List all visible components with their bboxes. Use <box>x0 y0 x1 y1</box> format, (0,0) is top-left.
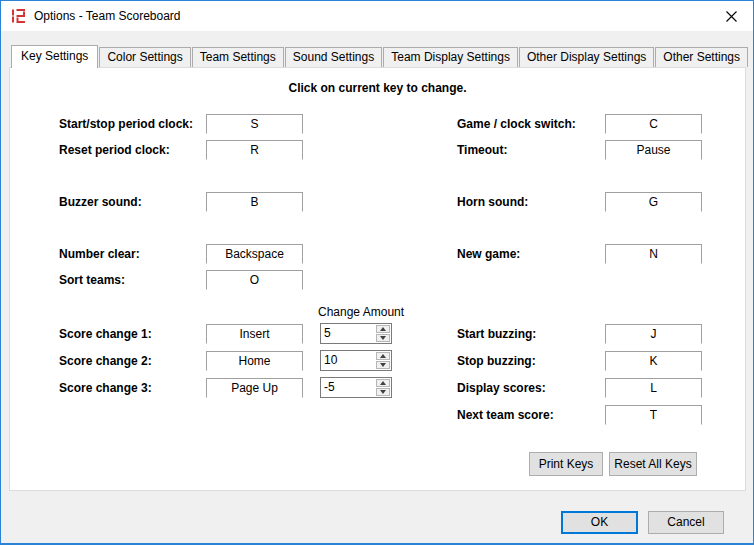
spinner-buttons <box>375 324 391 343</box>
key-field-display-scores[interactable]: L <box>605 378 702 398</box>
spinner-down-icon[interactable] <box>376 334 390 342</box>
spinner-up-icon[interactable] <box>376 352 390 360</box>
field-label-sort-teams: Sort teams: <box>59 270 125 290</box>
tab-color-settings[interactable]: Color Settings <box>99 47 190 67</box>
key-field-buzzer-sound[interactable]: B <box>206 192 303 212</box>
change-amount-spinner-score-change-1: 5 <box>320 323 392 344</box>
key-field-timeout[interactable]: Pause <box>605 140 702 160</box>
window-title: Options - Team Scoreboard <box>34 1 181 31</box>
field-label-start-buzzing: Start buzzing: <box>457 324 536 344</box>
spinner-up-icon[interactable] <box>376 379 390 387</box>
change-amount-header: Change Amount <box>318 305 396 320</box>
key-field-game-clock-switch[interactable]: C <box>605 114 702 134</box>
tab-other-display-settings[interactable]: Other Display Settings <box>519 47 654 67</box>
change-amount-spinner-score-change-3: -5 <box>320 377 392 398</box>
key-field-next-team-score[interactable]: T <box>605 405 702 425</box>
field-label-new-game: New game: <box>457 244 520 264</box>
reset-all-keys-button[interactable]: Reset All Keys <box>609 452 697 476</box>
tab-team-display-settings[interactable]: Team Display Settings <box>383 47 518 67</box>
field-label-reset-period-clock: Reset period clock: <box>59 140 170 160</box>
field-label-start-stop-period-clock: Start/stop period clock: <box>59 114 193 134</box>
print-keys-button[interactable]: Print Keys <box>529 452 603 476</box>
key-field-reset-period-clock[interactable]: R <box>206 140 303 160</box>
change-amount-input-score-change-2[interactable]: 10 <box>321 351 375 370</box>
tab-other-settings[interactable]: Other Settings <box>655 47 748 67</box>
field-label-horn-sound: Horn sound: <box>457 192 528 212</box>
field-label-timeout: Timeout: <box>457 140 507 160</box>
key-settings-panel: Click on current key to change. Change A… <box>9 67 746 491</box>
spinner-down-icon[interactable] <box>376 361 390 369</box>
field-label-next-team-score: Next team score: <box>457 405 554 425</box>
key-field-score-change-1[interactable]: Insert <box>206 324 303 344</box>
key-field-start-buzzing[interactable]: J <box>605 324 702 344</box>
spinner-down-icon[interactable] <box>376 388 390 396</box>
field-label-stop-buzzing: Stop buzzing: <box>457 351 536 371</box>
key-field-horn-sound[interactable]: G <box>605 192 702 212</box>
app-icon <box>10 8 27 24</box>
key-field-start-stop-period-clock[interactable]: S <box>206 114 303 134</box>
close-icon[interactable] <box>721 7 741 25</box>
field-label-score-change-3: Score change 3: <box>59 378 152 398</box>
key-field-stop-buzzing[interactable]: K <box>605 351 702 371</box>
field-label-game-clock-switch: Game / clock switch: <box>457 114 576 134</box>
title-bar[interactable]: Options - Team Scoreboard <box>1 1 753 31</box>
ok-button[interactable]: OK <box>561 511 638 534</box>
key-field-new-game[interactable]: N <box>605 244 702 264</box>
tab-sound-settings[interactable]: Sound Settings <box>285 47 382 67</box>
field-label-score-change-2: Score change 2: <box>59 351 152 371</box>
tab-key-settings[interactable]: Key Settings <box>11 45 98 68</box>
field-label-number-clear: Number clear: <box>59 244 140 264</box>
spinner-buttons <box>375 378 391 397</box>
spinner-buttons <box>375 351 391 370</box>
field-label-buzzer-sound: Buzzer sound: <box>59 192 142 212</box>
field-label-display-scores: Display scores: <box>457 378 546 398</box>
change-amount-spinner-score-change-2: 10 <box>320 350 392 371</box>
field-label-score-change-1: Score change 1: <box>59 324 152 344</box>
spinner-up-icon[interactable] <box>376 325 390 333</box>
key-field-score-change-2[interactable]: Home <box>206 351 303 371</box>
options-dialog: Options - Team Scoreboard Key SettingsCo… <box>0 0 754 545</box>
key-field-sort-teams[interactable]: O <box>206 270 303 290</box>
instruction-text: Click on current key to change. <box>10 81 745 95</box>
key-field-number-clear[interactable]: Backspace <box>206 244 303 264</box>
key-field-score-change-3[interactable]: Page Up <box>206 378 303 398</box>
change-amount-input-score-change-3[interactable]: -5 <box>321 378 375 397</box>
change-amount-input-score-change-1[interactable]: 5 <box>321 324 375 343</box>
cancel-button[interactable]: Cancel <box>648 511 724 534</box>
tab-team-settings[interactable]: Team Settings <box>192 47 284 67</box>
tab-strip: Key SettingsColor SettingsTeam SettingsS… <box>11 45 749 67</box>
